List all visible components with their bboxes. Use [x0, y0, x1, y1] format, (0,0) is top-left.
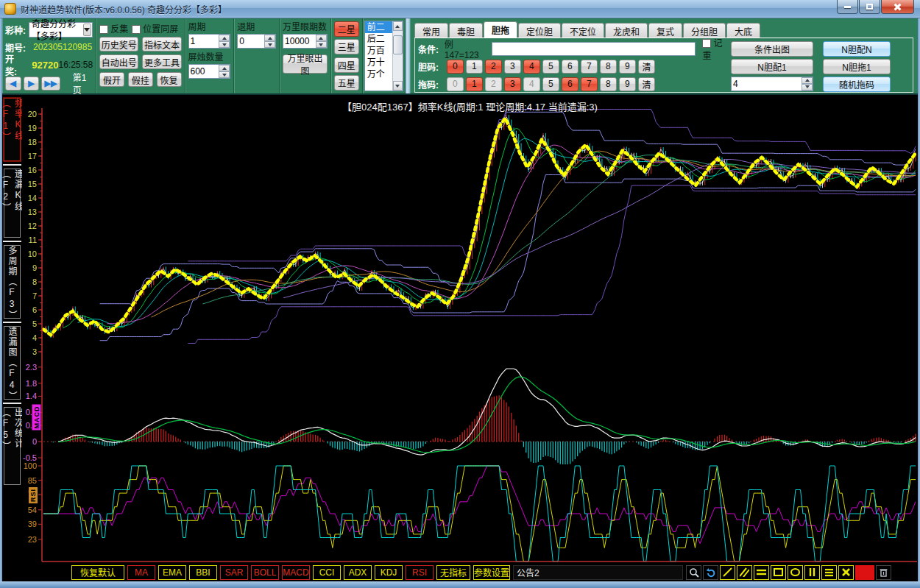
sidebar-item-count-stats[interactable]: 出次统计（F5） — [4, 407, 21, 485]
draw-rect-button[interactable] — [771, 565, 786, 580]
dan-digit-8[interactable]: 8 — [600, 60, 617, 74]
star-4-button[interactable]: 四星 — [334, 57, 359, 73]
delete-drawing-button[interactable] — [838, 565, 854, 580]
dan-digit-2[interactable]: 2 — [485, 60, 502, 74]
indicator-cci-button[interactable]: CCI — [313, 565, 341, 580]
condition-chart-button[interactable]: 条件出图 — [731, 41, 813, 57]
indicator-ma-button[interactable]: MA — [127, 565, 155, 580]
chart-area[interactable]: 201918171615141312111098765432.31.81.40.… — [22, 95, 918, 563]
tab-fenzudan[interactable]: 分组胆 — [683, 23, 726, 38]
period-spinner[interactable] — [219, 35, 230, 48]
condition-input[interactable] — [492, 42, 696, 56]
history-numbers-button[interactable]: 历史奖号 — [99, 37, 138, 52]
no-indicator-button[interactable]: 无指标 — [436, 565, 470, 580]
list-item-wange[interactable]: 万个 — [365, 68, 392, 80]
tuo-digit-1[interactable]: 1 — [466, 77, 483, 91]
tab-dadi[interactable]: 大底 — [726, 23, 760, 38]
ndan-n-button[interactable]: N胆配N — [823, 41, 891, 57]
tuo-digit-7[interactable]: 7 — [581, 77, 598, 91]
tab-longhuhe[interactable]: 龙虎和 — [605, 23, 648, 38]
period-input[interactable] — [188, 34, 231, 49]
random-tuo-button[interactable]: 随机拖码 — [823, 77, 891, 92]
tuo-clear-button[interactable]: 清 — [638, 77, 655, 91]
ntuo-1-button[interactable]: N胆拖1 — [823, 59, 891, 74]
scroll-thumb[interactable] — [393, 35, 403, 54]
tab-dantuo[interactable]: 胆拖 — [484, 21, 517, 38]
tab-changyong[interactable]: 常用 — [414, 23, 448, 38]
indicator-ema-button[interactable]: EMA — [158, 565, 186, 580]
param-settings-button[interactable]: 参数设置 — [473, 565, 510, 580]
auto-number-button[interactable]: 自动出号 — [99, 54, 138, 69]
tab-budingwei[interactable]: 不定位 — [562, 23, 604, 38]
jizhong-checkbox[interactable]: 记重 — [702, 36, 729, 61]
n-count-spinner[interactable] — [802, 77, 813, 91]
scroll-down-icon[interactable] — [393, 81, 403, 91]
next-page-button[interactable]: ▶ — [24, 77, 40, 91]
dan-digit-7[interactable]: 7 — [581, 60, 598, 74]
dan-digit-9[interactable]: 9 — [619, 60, 636, 74]
dan-digit-4[interactable]: 4 — [523, 60, 540, 74]
tab-dudan[interactable]: 毒胆 — [449, 23, 483, 38]
draw-menu-button[interactable] — [821, 565, 837, 580]
ndan-1-button[interactable]: N胆配1 — [731, 59, 813, 74]
indicator-adx-button[interactable]: ADX — [344, 565, 372, 580]
minimize-button[interactable] — [837, 0, 858, 14]
draw-line-button[interactable] — [720, 565, 735, 580]
star-3-button[interactable]: 三星 — [334, 39, 359, 54]
dan-clear-button[interactable]: 清 — [638, 60, 655, 74]
indicator-bbi-button[interactable]: BBI — [189, 565, 217, 580]
tuo-digit-8[interactable]: 8 — [600, 77, 617, 91]
scroll-up-icon[interactable] — [393, 21, 403, 31]
draw-channel-button[interactable] — [737, 565, 752, 580]
last-page-button[interactable]: ▶▶ — [41, 77, 60, 91]
dan-digit-1[interactable]: 1 — [466, 60, 483, 74]
sidebar-item-omit-kline[interactable]: 遗漏K线（F2） — [4, 169, 21, 238]
zoom-tool-button[interactable] — [686, 565, 701, 580]
fake-open-button[interactable]: 假开 — [99, 72, 124, 87]
star-2-button[interactable]: 二星 — [334, 21, 359, 37]
fake-hang-button[interactable]: 假挂 — [128, 72, 153, 87]
candle-count-spinner[interactable] — [219, 65, 230, 78]
indicator-sar-button[interactable]: SAR — [220, 565, 248, 580]
candle-count-input[interactable] — [188, 64, 231, 79]
n-count-input[interactable] — [731, 77, 813, 91]
sync-position-checkbox[interactable]: 位置同屏 — [132, 22, 178, 35]
restore-default-button[interactable]: 恢复默认 — [71, 565, 124, 580]
draw-ellipse-button[interactable] — [788, 565, 803, 580]
list-scrollbar[interactable] — [392, 21, 403, 91]
announcement-bar[interactable]: 公告2 — [513, 565, 683, 580]
list-item-wanshi[interactable]: 万十 — [365, 57, 392, 68]
list-item-front2[interactable]: 前二 — [365, 21, 392, 33]
tab-fushi[interactable]: 复式 — [648, 23, 682, 38]
tuo-digit-3[interactable]: 3 — [504, 77, 521, 91]
draw-hline-button[interactable] — [754, 565, 769, 580]
sidebar-item-multi-period[interactable]: 多周期（F3） — [4, 245, 21, 319]
trash-button[interactable] — [876, 565, 891, 580]
dan-digit-6[interactable]: 6 — [562, 60, 578, 74]
tuo-digit-5[interactable]: 5 — [542, 77, 559, 91]
indicator-macd-button[interactable]: MACD — [282, 565, 310, 580]
sidebar-item-freq-kline[interactable]: 频率K线（F1） — [4, 98, 21, 161]
dan-digit-3[interactable]: 3 — [504, 60, 521, 74]
dan-digit-0[interactable]: 0 — [447, 60, 464, 74]
wanliyan-periods-input[interactable] — [283, 34, 328, 49]
more-tools-button[interactable]: 更多工具 — [142, 54, 181, 69]
red-marker-button[interactable] — [855, 565, 874, 580]
title-bar[interactable]: 财神道趋势软件(版本:v6.0.0.56) 奇趣分分彩【多彩】 — [0, 0, 920, 18]
sidebar-item-omit-chart[interactable]: 遗漏图（F4） — [4, 326, 21, 400]
reverse-checkbox[interactable]: 反集 — [99, 22, 128, 35]
tab-dingweidan[interactable]: 定位胆 — [518, 23, 561, 38]
maximize-button[interactable] — [859, 0, 880, 14]
restore-button[interactable]: 恢复 — [157, 72, 182, 87]
prev-page-button[interactable]: ◀ — [5, 77, 21, 91]
retreat-input[interactable] — [237, 34, 276, 49]
draw-vbars-button[interactable] — [804, 565, 820, 580]
retreat-spinner[interactable] — [264, 35, 275, 48]
list-item-back2[interactable]: 后二 — [365, 33, 392, 45]
lottery-type-dropdown[interactable]: 奇趣分分彩【多彩】 — [29, 22, 93, 38]
indicator-text-button[interactable]: 指标文本 — [142, 37, 181, 52]
indicator-boll-button[interactable]: BOLL — [251, 565, 279, 580]
indicator-kdj-button[interactable]: KDJ — [375, 565, 403, 580]
close-button[interactable] — [881, 0, 914, 14]
star-5-button[interactable]: 五星 — [334, 75, 359, 91]
